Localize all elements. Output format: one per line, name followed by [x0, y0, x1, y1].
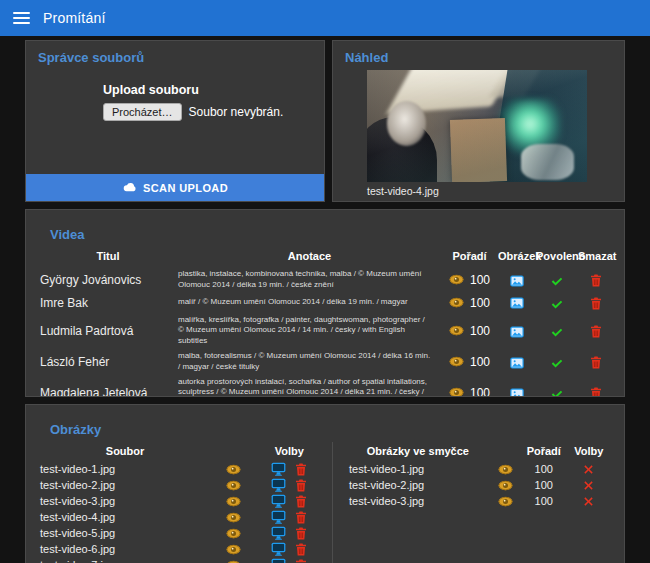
- video-enabled-cell: [536, 293, 578, 313]
- visibility-eye-icon[interactable]: [226, 464, 241, 475]
- visibility-eye-icon[interactable]: [498, 496, 513, 507]
- enabled-check-icon[interactable]: [550, 274, 564, 287]
- video-delete-cell: [578, 267, 614, 293]
- videos-header-row: Titul Anotace Pořadí Obrázek Povoleno Sm…: [38, 246, 614, 267]
- enabled-check-icon[interactable]: [550, 356, 564, 369]
- loop-image-visibility-cell: [489, 477, 522, 493]
- images-body: Soubor Volby test-video-1.jpgtest-video-…: [38, 442, 612, 563]
- videos-title: Videa: [38, 218, 612, 242]
- menu-icon[interactable]: [13, 12, 30, 24]
- visibility-eye-icon[interactable]: [449, 274, 464, 285]
- videos-col-image: Obrázek: [498, 246, 536, 267]
- screen-monitor-icon[interactable]: [271, 478, 286, 492]
- video-delete-cell: [578, 293, 614, 313]
- files-table-body: test-video-1.jpgtest-video-2.jpgtest-vid…: [38, 461, 323, 563]
- image-file-options-cell: [256, 557, 323, 563]
- visibility-eye-icon[interactable]: [449, 356, 464, 367]
- file-manager-panel: Správce souborů Upload souboru Procházet…: [25, 40, 325, 202]
- videos-col-enabled: Povoleno: [536, 246, 578, 267]
- video-title: László Fehér: [38, 349, 178, 375]
- scan-upload-button[interactable]: SCAN UPLOAD: [26, 174, 324, 201]
- files-col-options: Volby: [256, 442, 323, 461]
- image-file-options-cell: [256, 509, 323, 525]
- image-file-row: test-video-3.jpg: [38, 493, 323, 509]
- visibility-eye-icon[interactable]: [226, 528, 241, 539]
- browse-button[interactable]: Procházet…: [103, 103, 182, 121]
- visibility-eye-icon[interactable]: [226, 512, 241, 523]
- visibility-eye-icon[interactable]: [449, 325, 464, 336]
- image-file-visibility-cell: [212, 461, 256, 477]
- preview-caption: test-video-4.jpg: [367, 185, 612, 197]
- loop-image-order-value: 100: [522, 461, 566, 477]
- delete-trash-icon[interactable]: [295, 479, 307, 492]
- image-file-name: test-video-5.jpg: [38, 525, 212, 541]
- delete-trash-icon[interactable]: [590, 356, 602, 369]
- delete-trash-icon[interactable]: [590, 325, 602, 338]
- video-delete-cell: [578, 349, 614, 375]
- remove-x-icon[interactable]: [583, 496, 594, 507]
- enabled-check-icon[interactable]: [550, 297, 564, 310]
- image-file-visibility-cell: [212, 525, 256, 541]
- screen-monitor-icon[interactable]: [271, 542, 286, 556]
- loop-header-row: Obrázky ve smyčce Pořadí Volby: [347, 442, 612, 461]
- video-image-cell: [498, 267, 536, 293]
- loop-col-file: Obrázky ve smyčce: [347, 442, 489, 461]
- visibility-eye-icon[interactable]: [226, 496, 241, 507]
- remove-x-icon[interactable]: [583, 464, 594, 475]
- loop-col-order: Pořadí: [522, 442, 566, 461]
- visibility-eye-icon[interactable]: [449, 387, 464, 397]
- screen-monitor-icon[interactable]: [271, 494, 286, 508]
- image-file-row: test-video-6.jpg: [38, 541, 323, 557]
- loop-col-options: Volby: [566, 442, 612, 461]
- video-order: 100: [441, 273, 498, 287]
- images-panel: Obrázky Soubor Volby test-video-1.jpgtes…: [25, 404, 625, 563]
- delete-trash-icon[interactable]: [590, 274, 602, 287]
- image-file-visibility-cell: [212, 493, 256, 509]
- loop-image-visibility-cell: [489, 493, 522, 509]
- video-enabled-cell: [536, 375, 578, 397]
- video-annotation: malíř / © Muzeum umění Olomouc 2014 / dé…: [178, 293, 441, 313]
- remove-x-icon[interactable]: [583, 480, 594, 491]
- screen-monitor-icon[interactable]: [271, 558, 286, 563]
- video-order-value: 100: [470, 386, 490, 397]
- picture-icon[interactable]: [510, 325, 524, 339]
- image-files-table: Soubor Volby test-video-1.jpgtest-video-…: [38, 442, 323, 563]
- loop-image-remove-cell: [566, 461, 612, 477]
- delete-trash-icon[interactable]: [295, 463, 307, 476]
- visibility-eye-icon[interactable]: [498, 464, 513, 475]
- picture-icon[interactable]: [510, 274, 524, 288]
- delete-trash-icon[interactable]: [295, 495, 307, 508]
- video-order-value: 100: [470, 355, 490, 369]
- enabled-check-icon[interactable]: [550, 387, 564, 397]
- video-annotation: malba, fotorealismus / © Muzeum umění Ol…: [178, 349, 441, 375]
- screen-monitor-icon[interactable]: [271, 510, 286, 524]
- visibility-eye-icon[interactable]: [498, 480, 513, 491]
- video-order: 100: [441, 296, 498, 310]
- visibility-eye-icon[interactable]: [226, 544, 241, 555]
- video-title: György Jovánovics: [38, 267, 178, 293]
- loop-image-remove-cell: [566, 477, 612, 493]
- image-file-visibility-cell: [212, 557, 256, 563]
- delete-trash-icon[interactable]: [295, 559, 307, 563]
- screen-monitor-icon[interactable]: [271, 526, 286, 540]
- delete-trash-icon[interactable]: [295, 511, 307, 524]
- image-file-visibility-cell: [212, 509, 256, 525]
- video-row: László Fehérmalba, fotorealismus / © Muz…: [38, 349, 614, 375]
- delete-trash-icon[interactable]: [590, 297, 602, 310]
- images-title: Obrázky: [38, 413, 612, 437]
- video-enabled-cell: [536, 313, 578, 349]
- loop-col-spacer: [489, 442, 522, 461]
- delete-trash-icon[interactable]: [590, 387, 602, 397]
- visibility-eye-icon[interactable]: [449, 297, 464, 308]
- visibility-eye-icon[interactable]: [226, 480, 241, 491]
- preview-panel: Náhled test-video-4.jpg: [332, 40, 625, 202]
- delete-trash-icon[interactable]: [295, 527, 307, 540]
- picture-icon[interactable]: [510, 387, 524, 397]
- delete-trash-icon[interactable]: [295, 543, 307, 556]
- screen-monitor-icon[interactable]: [271, 462, 286, 476]
- loop-image-file-name: test-video-1.jpg: [347, 461, 489, 477]
- enabled-check-icon[interactable]: [550, 325, 564, 338]
- image-file-row: test-video-7.jpg: [38, 557, 323, 563]
- picture-icon[interactable]: [510, 296, 524, 310]
- picture-icon[interactable]: [510, 356, 524, 370]
